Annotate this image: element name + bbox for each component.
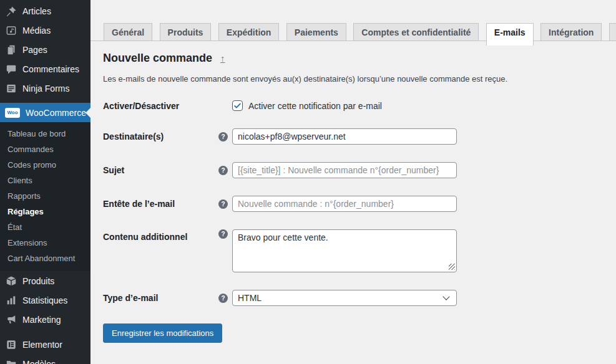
- form-row-email-heading: Entête de l’e-mail ?: [103, 196, 616, 212]
- sidebar-item-label: Marketing: [22, 315, 61, 325]
- sidebar-item-produits[interactable]: Produits: [0, 271, 90, 290]
- help-icon[interactable]: ?: [218, 229, 228, 239]
- sidebar-subitem-rapports[interactable]: Rapports: [0, 188, 90, 204]
- back-to-emails-arrow-icon[interactable]: ↑: [220, 53, 225, 64]
- sidebar-subitem-commandes[interactable]: Commandes: [0, 141, 90, 157]
- help-icon[interactable]: ?: [218, 294, 228, 303]
- field-label: Contenu additionnel: [103, 229, 218, 242]
- bar-chart-icon: [5, 294, 17, 306]
- sidebar-subitem-tableau-de-bord[interactable]: Tableau de bord: [0, 126, 90, 141]
- sidebar-subitem-etat[interactable]: État: [0, 219, 90, 235]
- email-settings-form: Activer/Désactiver Activer cette notific…: [103, 100, 616, 343]
- form-row-enable: Activer/Désactiver Activer cette notific…: [103, 100, 616, 111]
- sidebar-item-articles[interactable]: Articles: [0, 1, 90, 21]
- email-type-select[interactable]: HTML: [232, 290, 457, 306]
- sidebar-separator: [0, 98, 90, 103]
- pages-icon: [5, 44, 17, 55]
- field-label: Sujet: [103, 165, 218, 175]
- sidebar-item-label: Médias: [22, 26, 51, 36]
- sidebar-separator: [0, 329, 90, 335]
- tab-expedition[interactable]: Expédition: [218, 23, 280, 41]
- sidebar-item-modeles[interactable]: Modèles: [0, 354, 90, 364]
- form-row-email-type: Type d’e-mail ? HTML: [103, 290, 616, 306]
- sidebar-item-elementor[interactable]: Elementor: [0, 335, 90, 354]
- sidebar-item-label: WooCommerce: [26, 108, 86, 118]
- page-title: Nouvelle commande: [103, 52, 212, 65]
- sidebar-item-label: Pages: [22, 45, 47, 55]
- submit-row: Enregistrer les modifications: [103, 323, 616, 343]
- sidebar-subitem-clients[interactable]: Clients: [0, 173, 90, 188]
- select-wrapper: HTML: [232, 290, 457, 306]
- admin-sidebar: Articles Médias Pages Commentaires Ninja: [0, 0, 90, 364]
- tab-e-mails[interactable]: E-mails: [486, 23, 534, 46]
- tab-paiements[interactable]: Paiements: [286, 23, 346, 41]
- help-icon[interactable]: ?: [218, 132, 228, 141]
- help-icon[interactable]: ?: [218, 199, 228, 209]
- check-icon: [233, 102, 242, 110]
- sidebar-item-label: Statistiques: [22, 295, 67, 305]
- checkbox-label: Activer cette notification par e-mail: [248, 101, 382, 111]
- checkbox-line: Activer cette notification par e-mail: [232, 100, 616, 111]
- form-row-subject: Sujet ?: [103, 162, 616, 178]
- sidebar-item-medias[interactable]: Médias: [0, 21, 90, 40]
- sidebar-item-ninja-forms[interactable]: Ninja Forms: [0, 79, 90, 98]
- comment-icon: [5, 63, 17, 75]
- sidebar-item-commentaires[interactable]: Commentaires: [0, 59, 90, 79]
- sidebar-subitem-reglages[interactable]: Réglages: [0, 204, 90, 219]
- sidebar-item-label: Modèles: [22, 359, 56, 364]
- section-header: Nouvelle commande ↑: [103, 52, 616, 65]
- help-icon[interactable]: ?: [218, 166, 228, 175]
- sidebar-item-label: Commentaires: [22, 64, 79, 74]
- app: Articles Médias Pages Commentaires Ninja: [0, 0, 616, 364]
- email-heading-input[interactable]: [232, 196, 457, 212]
- form-icon: [5, 82, 17, 94]
- recipients-input[interactable]: [232, 128, 457, 145]
- subject-input[interactable]: [232, 162, 457, 178]
- sidebar-item-woocommerce[interactable]: Woo WooCommerce: [0, 103, 90, 122]
- tab-produits[interactable]: Produits: [160, 23, 212, 41]
- sidebar-item-label: Articles: [22, 6, 51, 16]
- additional-content-textarea[interactable]: Bravo pour cette vente.: [232, 229, 457, 272]
- tab-general[interactable]: Général: [104, 23, 152, 41]
- settings-tab-bar: Général Produits Expédition Paiements Co…: [90, 0, 616, 41]
- section-description: Les e-mails de nouvelle commande sont en…: [103, 74, 616, 84]
- field-label: Destinataire(s): [103, 132, 218, 141]
- settings-content: Nouvelle commande ↑ Les e-mails de nouve…: [90, 41, 616, 343]
- textarea-wrapper: Bravo pour cette vente.: [232, 229, 457, 272]
- sidebar-subitem-codes-promo[interactable]: Codes promo: [0, 157, 90, 173]
- main-panel: Général Produits Expédition Paiements Co…: [90, 0, 616, 364]
- elementor-icon: [5, 338, 17, 350]
- sidebar-item-label: Ninja Forms: [22, 84, 69, 93]
- tab-integration[interactable]: Intégration: [540, 23, 602, 41]
- sidebar-item-pages[interactable]: Pages: [0, 40, 90, 59]
- woocommerce-submenu: Tableau de bord Commandes Codes promo Cl…: [0, 122, 90, 271]
- save-changes-button[interactable]: Enregistrer les modifications: [103, 323, 222, 343]
- media-icon: [5, 24, 17, 36]
- enable-notification-checkbox[interactable]: [232, 100, 243, 111]
- form-row-additional-content: Contenu additionnel ? Bravo pour cette v…: [103, 229, 616, 272]
- field-label: Type d’e-mail: [103, 293, 218, 303]
- form-row-recipients: Destinataire(s) ?: [103, 128, 616, 145]
- box-icon: [5, 275, 17, 287]
- field-label: Entête de l’e-mail: [103, 199, 218, 209]
- tab-avance[interactable]: Avancé: [609, 23, 616, 41]
- sidebar-subitem-cart-abandonment[interactable]: Cart Abandonment: [0, 251, 90, 266]
- sidebar-item-statistiques[interactable]: Statistiques: [0, 290, 90, 310]
- megaphone-icon: [5, 314, 17, 325]
- folder-icon: [5, 358, 17, 364]
- sidebar-subitem-extensions[interactable]: Extensions: [0, 235, 90, 251]
- sidebar-item-label: Produits: [22, 276, 54, 286]
- field-label: Activer/Désactiver: [103, 101, 218, 111]
- tab-comptes-et-confidentialite[interactable]: Comptes et confidentialité: [353, 23, 479, 41]
- woocommerce-icon: Woo: [5, 108, 20, 118]
- pin-icon: [5, 5, 17, 17]
- resize-handle-icon[interactable]: [449, 264, 455, 270]
- sidebar-item-label: Elementor: [22, 340, 62, 350]
- sidebar-item-marketing[interactable]: Marketing: [0, 310, 90, 329]
